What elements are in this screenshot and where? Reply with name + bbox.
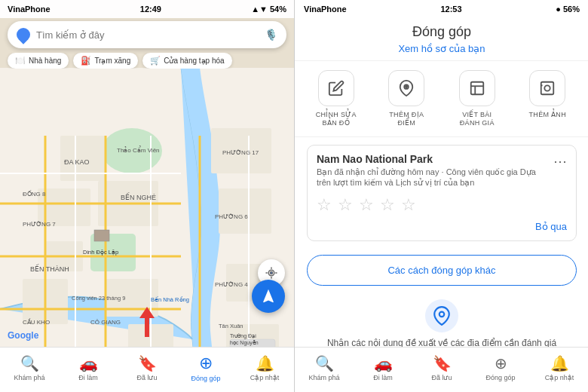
svg-text:CẦU KHO: CẦU KHO (23, 318, 50, 326)
svg-text:PHƯỜNG 6: PHƯỜNG 6 (215, 213, 248, 220)
saved-icon-right: 🔖 (433, 354, 452, 372)
add-place-action[interactable]: THÊM ĐỊA ĐIỂM (380, 70, 433, 127)
svg-text:Tân Xuân: Tân Xuân (219, 323, 243, 329)
grocery-icon: 🛒 (150, 56, 161, 66)
category-gas[interactable]: ⛽ Trạm xăng (73, 53, 138, 69)
saved-icon: 🔖 (138, 354, 157, 372)
review-suggestion-card: Nam Nao National Park Bạn đã nhận chỉ đư… (307, 145, 577, 242)
bottom-nav-right: 🔍 Khám phá 🚗 Đi làm 🔖 Đã lưu ⊕ Đóng góp … (295, 347, 588, 392)
svg-rect-39 (94, 230, 109, 241)
view-profile-link[interactable]: Xem hồ sơ của bạn (307, 40, 577, 57)
time-right: 12:53 (440, 5, 461, 14)
other-contributions-button[interactable]: Các cách đóng góp khác (307, 255, 577, 286)
add-photo-action[interactable]: THÊM ẢNH (521, 70, 574, 127)
svg-text:ĐỐNG 8: ĐỐNG 8 (23, 190, 46, 198)
right-phone-panel: VinaPhone 12:53 ● 56% Đóng góp Xem hồ sơ… (295, 0, 588, 392)
svg-text:Thảo Cẩm Viên: Thảo Cẩm Viên (117, 145, 160, 154)
skip-link-container: Bỏ qua (317, 219, 567, 233)
nav-contribute-left[interactable]: ⊕ Đóng góp (176, 354, 235, 387)
svg-rect-9 (219, 188, 271, 234)
nav-explore-left[interactable]: 🔍 Khám phá (0, 354, 59, 386)
explore-icon-right: 🔍 (315, 354, 334, 372)
star-2[interactable]: ☆ (338, 195, 353, 215)
nav-explore-right[interactable]: 🔍 Khám phá (295, 354, 354, 386)
category-grocery[interactable]: 🛒 Cửa hàng tạp hóa (142, 53, 231, 69)
icons-right: ● 56% (556, 5, 580, 14)
svg-text:PHƯỜNG 17: PHƯỜNG 17 (222, 149, 259, 156)
star-4[interactable]: ☆ (380, 195, 395, 215)
icons-left: ▲▼ 54% (251, 5, 286, 14)
directions-fab[interactable] (252, 280, 285, 313)
carrier-left: VinaPhone (8, 5, 51, 14)
more-options-button[interactable]: ⋯ (553, 153, 567, 170)
category-bar: 🍽️ Nhà hàng ⛽ Trạm xăng 🛒 Cửa hàng tạp h… (0, 53, 294, 69)
contribute-icon-right: ⊕ (495, 354, 507, 372)
commute-icon: 🚗 (79, 354, 98, 372)
star-1[interactable]: ☆ (317, 195, 332, 215)
location-suggestion-text: Nhận các nội dung đề xuất về các địa điể… (327, 337, 556, 347)
restaurant-label: Nhà hàng (29, 57, 61, 65)
place-name: Nam Nao National Park (317, 153, 547, 165)
left-phone-panel: VinaPhone 12:49 ▲▼ 54% 🎙️ 🍽️ Nhà hàng ⛽ … (0, 0, 294, 392)
search-input[interactable] (36, 29, 265, 41)
category-restaurant[interactable]: 🍽️ Nhà hàng (8, 53, 69, 69)
star-rating-row: ☆ ☆ ☆ ☆ ☆ (317, 195, 567, 215)
time-left: 12:49 (140, 5, 161, 14)
write-review-label: VIẾT BÀIĐÁNH GIÁ (460, 111, 495, 127)
status-bar-left: VinaPhone 12:49 ▲▼ 54% (0, 0, 294, 18)
updates-icon-right: 🔔 (550, 354, 569, 372)
nav-saved-left[interactable]: 🔖 Đã lưu (118, 354, 176, 386)
svg-text:Bến Nhà Rồng: Bến Nhà Rồng (151, 296, 189, 303)
nav-saved-right[interactable]: 🔖 Đã lưu (412, 354, 471, 386)
star-3[interactable]: ☆ (359, 195, 374, 215)
svg-text:Dinh Độc Lập: Dinh Độc Lập (83, 249, 118, 256)
write-review-action[interactable]: VIẾT BÀIĐÁNH GIÁ (451, 70, 504, 127)
commute-icon-right: 🚗 (374, 354, 393, 372)
search-pin-icon (14, 25, 32, 44)
add-photo-label: THÊM ẢNH (529, 111, 566, 119)
place-subtitle: Bạn đã nhận chỉ đường hôm nay · Công viê… (317, 167, 547, 188)
svg-text:CÔ GIANG: CÔ GIANG (90, 319, 121, 326)
action-icons-row: CHỈNH SỬABẢN ĐỒ THÊM ĐỊA ĐIỂM (295, 61, 588, 137)
carrier-right: VinaPhone (304, 5, 347, 14)
edit-map-label: CHỈNH SỬABẢN ĐỒ (316, 111, 357, 127)
gas-icon: ⛽ (81, 56, 91, 66)
page-title: Đóng góp (307, 24, 577, 40)
svg-rect-62 (541, 82, 554, 95)
svg-point-54 (271, 272, 273, 274)
add-place-label: THÊM ĐỊA ĐIỂM (380, 111, 433, 127)
skip-button[interactable]: Bỏ qua (535, 221, 567, 232)
location-suggestion-icon (425, 299, 458, 332)
review-card-header: Nam Nao National Park Bạn đã nhận chỉ đư… (317, 153, 567, 188)
nav-contribute-right[interactable]: ⊕ Đóng góp (471, 354, 530, 386)
location-suggestion-section: Nhận các nội dung đề xuất về các địa điể… (295, 292, 588, 347)
edit-map-action[interactable]: CHỈNH SỬABẢN ĐỒ (310, 70, 363, 127)
star-5[interactable]: ☆ (401, 195, 416, 215)
contribute-screen: Đóng góp Xem hồ sơ của bạn CHỈNH SỬABẢN … (295, 18, 588, 347)
updates-icon-left: 🔔 (256, 354, 274, 372)
svg-point-65 (439, 312, 445, 317)
svg-text:học Nguyễn: học Nguyễn (230, 340, 259, 346)
grocery-label: Cửa hàng tạp hóa (164, 57, 224, 65)
nav-updates-left[interactable]: 🔔 Cập nhật (235, 354, 294, 386)
bottom-nav-left: 🔍 Khám phá 🚗 Đi làm 🔖 Đã lưu ⊕ Đóng góp … (0, 347, 294, 392)
svg-text:PHƯỜNG 4: PHƯỜNG 4 (215, 281, 248, 288)
google-logo: Google (8, 330, 38, 341)
search-bar[interactable]: 🎙️ (8, 21, 286, 48)
svg-text:ĐA KAO: ĐA KAO (64, 158, 90, 166)
contribute-header: Đóng góp Xem hồ sơ của bạn (295, 18, 588, 61)
review-card-info: Nam Nao National Park Bạn đã nhận chỉ đư… (317, 153, 547, 188)
svg-point-63 (545, 85, 550, 90)
nav-updates-right[interactable]: 🔔 Cập nhật (530, 354, 588, 386)
write-review-circle (459, 70, 495, 106)
nav-commute-right[interactable]: 🚗 Đi làm (354, 354, 412, 386)
svg-text:BẾN NGHÉ: BẾN NGHÉ (121, 192, 156, 201)
mic-icon[interactable]: 🎙️ (265, 29, 277, 41)
nav-commute-left[interactable]: 🚗 Đi làm (59, 354, 118, 386)
svg-text:BẾN THÀNH: BẾN THÀNH (30, 264, 69, 273)
status-bar-right: VinaPhone 12:53 ● 56% (295, 0, 588, 18)
red-arrow-indicator (132, 303, 162, 341)
add-photo-circle (529, 70, 565, 106)
explore-icon: 🔍 (20, 354, 39, 372)
svg-rect-59 (471, 82, 484, 95)
